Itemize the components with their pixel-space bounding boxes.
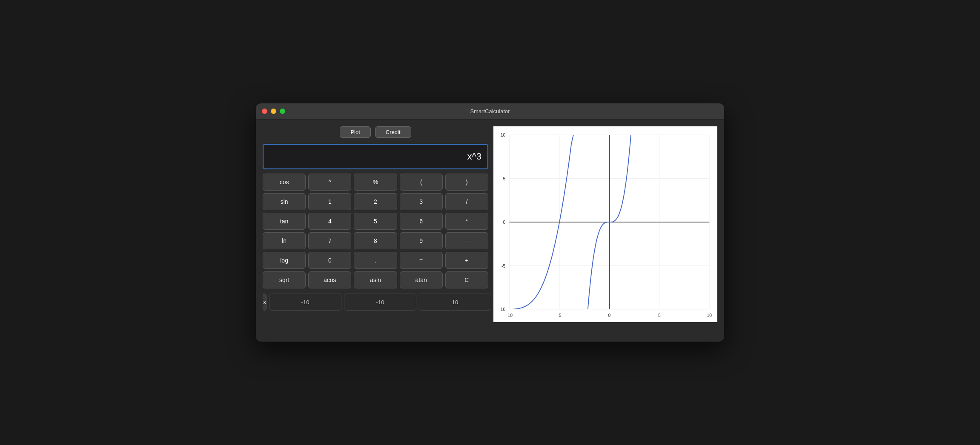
svg-text:-10: -10	[499, 307, 505, 312]
x-variable-button[interactable]: x	[263, 294, 266, 311]
multiply-button[interactable]: *	[445, 213, 488, 230]
button-row-4: ln 7 8 9 -	[263, 232, 488, 249]
svg-text:5: 5	[503, 176, 505, 181]
add-button[interactable]: +	[445, 252, 488, 269]
acos-button[interactable]: acos	[308, 271, 351, 288]
num2-button[interactable]: 2	[354, 193, 397, 210]
log-button[interactable]: log	[263, 252, 306, 269]
percent-button[interactable]: %	[354, 174, 397, 191]
divide-button[interactable]: /	[445, 193, 488, 210]
num0-button[interactable]: 0	[308, 252, 351, 269]
xmax-input[interactable]	[419, 294, 491, 311]
minimize-button[interactable]	[271, 108, 276, 114]
num1-button[interactable]: 1	[308, 193, 351, 210]
button-grid: cos ^ % ( ) sin 1 2 3 / tan 4	[263, 174, 488, 288]
titlebar: SmartCalculator	[256, 103, 724, 120]
svg-text:0: 0	[608, 313, 611, 318]
num6-button[interactable]: 6	[400, 213, 443, 230]
plot-area: -10 -5 0 5 10 10 5 0 -5 -10	[493, 126, 717, 322]
num7-button[interactable]: 7	[308, 232, 351, 249]
svg-text:-10: -10	[506, 313, 513, 318]
svg-text:10: 10	[707, 313, 712, 318]
num9-button[interactable]: 9	[400, 232, 443, 249]
decimal-button[interactable]: .	[354, 252, 397, 269]
main-content: Plot Credit x^3 cos ^ % ( ) sin	[256, 120, 724, 329]
num5-button[interactable]: 5	[354, 213, 397, 230]
bottom-row: x	[263, 294, 488, 311]
window-title: SmartCalculator	[470, 108, 510, 114]
app-window: SmartCalculator Plot Credit x^3 cos ^ %	[256, 103, 724, 342]
svg-rect-0	[493, 126, 717, 322]
calculator-panel: Plot Credit x^3 cos ^ % ( ) sin	[263, 126, 488, 322]
num4-button[interactable]: 4	[308, 213, 351, 230]
button-row-2: sin 1 2 3 /	[263, 193, 488, 210]
maximize-button[interactable]	[280, 108, 285, 114]
tan-button[interactable]: tan	[263, 213, 306, 230]
close-button[interactable]	[262, 108, 267, 114]
num8-button[interactable]: 8	[354, 232, 397, 249]
button-row-3: tan 4 5 6 *	[263, 213, 488, 230]
xmin-input[interactable]	[269, 294, 341, 311]
atan-button[interactable]: atan	[400, 271, 443, 288]
clear-button[interactable]: C	[445, 271, 488, 288]
svg-text:5: 5	[658, 313, 661, 318]
svg-text:10: 10	[501, 132, 506, 137]
display: x^3	[263, 144, 488, 169]
button-row-1: cos ^ % ( )	[263, 174, 488, 191]
button-row-6: sqrt acos asin atan C	[263, 271, 488, 288]
ymin-input[interactable]	[344, 294, 416, 311]
close-paren-button[interactable]: )	[445, 174, 488, 191]
num3-button[interactable]: 3	[400, 193, 443, 210]
sin-button[interactable]: sin	[263, 193, 306, 210]
button-row-5: log 0 . = +	[263, 252, 488, 269]
svg-text:0: 0	[503, 220, 505, 225]
display-text: x^3	[467, 151, 481, 162]
open-paren-button[interactable]: (	[400, 174, 443, 191]
asin-button[interactable]: asin	[354, 271, 397, 288]
power-button[interactable]: ^	[308, 174, 351, 191]
svg-text:-5: -5	[557, 313, 561, 318]
credit-button[interactable]: Credit	[375, 126, 411, 138]
subtract-button[interactable]: -	[445, 232, 488, 249]
toolbar: Plot Credit	[263, 126, 488, 138]
svg-text:-5: -5	[501, 263, 505, 268]
plot-button[interactable]: Plot	[340, 126, 370, 138]
ln-button[interactable]: ln	[263, 232, 306, 249]
sqrt-button[interactable]: sqrt	[263, 271, 306, 288]
equals-button[interactable]: =	[400, 252, 443, 269]
cos-button[interactable]: cos	[263, 174, 306, 191]
traffic-lights	[262, 108, 285, 114]
